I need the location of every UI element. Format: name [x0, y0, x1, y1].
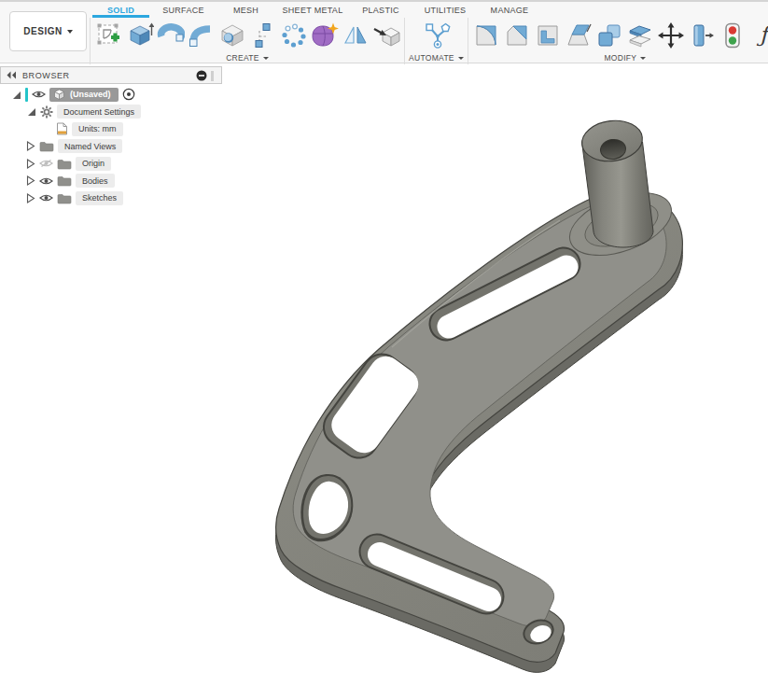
insert-derive-icon — [371, 21, 400, 49]
fusion-window: DESIGN SOLID SURFACE MESH SHEET METAL PL… — [0, 0, 768, 700]
hole-button[interactable] — [217, 20, 246, 51]
design-menu-button[interactable]: DESIGN — [9, 11, 87, 51]
create-dropdown[interactable]: CREATE — [94, 52, 400, 63]
combine-icon — [595, 21, 623, 49]
parameters-fx-icon: ƒ — [760, 24, 768, 46]
root-document-item[interactable]: (Unsaved) — [49, 88, 119, 102]
group-automate: AUTOMATE — [405, 18, 468, 64]
browser-row-bodies[interactable]: Bodies — [0, 173, 222, 190]
group-modify: ƒ MODIFY — [468, 18, 768, 64]
visibility-eye-off-icon[interactable] — [39, 159, 53, 168]
chamfer-button[interactable] — [503, 20, 532, 51]
folder-icon — [57, 158, 72, 170]
create-sketch-button[interactable] — [94, 20, 123, 51]
revolve-button[interactable] — [156, 20, 185, 51]
collapsed-triangle-icon[interactable] — [26, 159, 35, 169]
tab-surface[interactable]: SURFACE — [152, 2, 215, 18]
combine-button[interactable] — [595, 20, 624, 51]
browser-title: BROWSER — [22, 71, 70, 80]
tab-manage[interactable]: MANAGE — [477, 2, 542, 18]
draft-button[interactable] — [565, 20, 593, 51]
sweep-icon — [188, 21, 216, 49]
active-component-indicator — [25, 88, 28, 102]
named-views-label[interactable]: Named Views — [58, 139, 122, 153]
activate-radio-icon[interactable] — [122, 88, 135, 101]
shell-icon — [534, 21, 562, 49]
browser-row-sketches[interactable]: Sketches — [0, 189, 222, 207]
appearance-icon — [719, 21, 747, 49]
folder-icon — [57, 175, 72, 187]
visibility-eye-icon[interactable] — [39, 176, 53, 186]
draft-icon — [565, 21, 593, 49]
shell-button[interactable] — [534, 20, 563, 51]
folder-icon — [39, 140, 54, 152]
configure-icon — [422, 21, 451, 49]
circular-pattern-button[interactable] — [279, 20, 308, 51]
revolve-icon — [157, 21, 185, 49]
toolbar: DESIGN SOLID SURFACE MESH SHEET METAL PL… — [0, 0, 768, 63]
configure-button[interactable] — [422, 20, 451, 51]
dropdown-caret-icon — [263, 57, 269, 60]
browser-row-origin[interactable]: Origin — [0, 155, 222, 173]
create-form-button[interactable] — [310, 20, 339, 51]
rectangular-pattern-button[interactable] — [248, 20, 277, 51]
sketches-label[interactable]: Sketches — [76, 191, 123, 205]
bodies-label[interactable]: Bodies — [76, 174, 115, 188]
expand-triangle-icon[interactable] — [26, 106, 36, 117]
mirror-icon — [342, 21, 370, 49]
appearance-button[interactable] — [719, 20, 747, 51]
component-cube-icon — [52, 88, 66, 101]
origin-label[interactable]: Origin — [76, 157, 111, 171]
split-body-button[interactable] — [626, 20, 655, 51]
mirror-button[interactable] — [341, 20, 370, 51]
browser-row-named-views[interactable]: Named Views — [0, 138, 222, 156]
browser-panel: BROWSER — [0, 66, 222, 207]
insert-derive-button[interactable] — [371, 20, 400, 51]
design-menu-label: DESIGN — [23, 26, 62, 36]
move-copy-icon — [657, 21, 685, 49]
toolbar-tabs: SOLID SURFACE MESH SHEET METAL PLASTIC U… — [90, 2, 542, 18]
rectangular-pattern-icon — [253, 21, 273, 49]
chamfer-icon — [503, 21, 531, 49]
dropdown-caret-icon — [640, 57, 646, 60]
ribbon: CREATE — [90, 18, 768, 64]
modify-dropdown[interactable]: MODIFY — [472, 52, 768, 63]
tab-solid[interactable]: SOLID — [90, 2, 152, 18]
tab-plastic[interactable]: PLASTIC — [348, 2, 413, 18]
fillet-button[interactable] — [472, 20, 501, 51]
document-page-icon — [56, 122, 68, 135]
create-form-icon — [310, 21, 339, 49]
sweep-button[interactable] — [187, 20, 216, 51]
collapsed-triangle-icon[interactable] — [26, 141, 35, 151]
collapsed-triangle-icon[interactable] — [26, 193, 35, 203]
extrude-button[interactable] — [125, 20, 154, 51]
minus-circle-icon[interactable] — [196, 70, 207, 81]
panel-resize-handle[interactable] — [211, 71, 214, 81]
replace-face-icon — [688, 21, 716, 49]
visibility-eye-icon[interactable] — [32, 90, 46, 99]
hole-icon — [218, 21, 246, 49]
visibility-eye-icon[interactable] — [39, 193, 53, 203]
units-label[interactable]: Units: mm — [72, 122, 123, 136]
change-parameters-button[interactable]: ƒ — [749, 20, 768, 51]
replace-face-button[interactable] — [688, 20, 717, 51]
circular-pattern-icon — [280, 21, 308, 49]
tab-sheet-metal[interactable]: SHEET METAL — [277, 2, 348, 18]
browser-row-document-settings[interactable]: Document Settings — [0, 104, 222, 121]
move-copy-button[interactable] — [657, 20, 686, 51]
browser-row-units[interactable]: Units: mm — [0, 120, 222, 138]
create-sketch-icon — [95, 21, 123, 49]
automate-dropdown[interactable]: AUTOMATE — [409, 52, 464, 63]
browser-row-root[interactable]: (Unsaved) — [0, 86, 222, 104]
collapsed-triangle-icon[interactable] — [26, 175, 35, 186]
document-settings-label[interactable]: Document Settings — [57, 105, 141, 119]
collapse-panel-icon[interactable] — [7, 71, 17, 79]
browser-header[interactable]: BROWSER — [0, 66, 222, 84]
expand-triangle-icon[interactable] — [11, 90, 21, 100]
extrude-icon — [126, 21, 154, 49]
group-create: CREATE — [90, 18, 405, 64]
tab-utilities[interactable]: UTILITIES — [413, 2, 477, 18]
chevron-down-icon — [67, 30, 73, 34]
tab-mesh[interactable]: MESH — [215, 2, 277, 18]
folder-icon — [57, 192, 72, 204]
